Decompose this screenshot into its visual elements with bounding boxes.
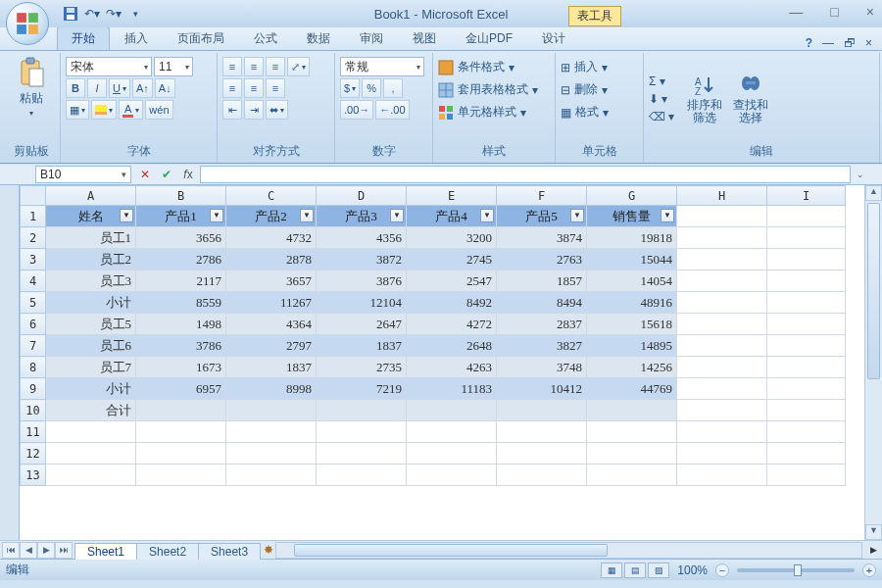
empty-cell[interactable]	[767, 227, 846, 249]
table-header-cell[interactable]: 产品4▼	[407, 206, 497, 227]
clear-button[interactable]: ⌫ ▾	[649, 110, 674, 123]
col-header-E[interactable]: E	[407, 186, 497, 206]
data-cell[interactable]: 员工3	[46, 270, 136, 292]
empty-cell[interactable]	[767, 292, 846, 314]
empty-cell[interactable]	[46, 465, 136, 486]
empty-cell[interactable]	[677, 400, 767, 421]
data-cell[interactable]: 2837	[497, 314, 587, 335]
empty-cell[interactable]	[677, 443, 767, 465]
tab-开始[interactable]: 开始	[57, 26, 110, 50]
data-cell[interactable]	[317, 400, 407, 421]
help-icon[interactable]: ?	[806, 36, 812, 50]
increase-decimal-button[interactable]: .00→	[340, 100, 373, 120]
empty-cell[interactable]	[587, 421, 677, 443]
empty-cell[interactable]	[497, 443, 587, 465]
align-bottom-button[interactable]: ≡	[266, 57, 285, 76]
fill-button[interactable]: ⬇ ▾	[649, 92, 674, 106]
data-cell[interactable]: 员工7	[46, 357, 136, 378]
page-layout-view-icon[interactable]: ▤	[624, 563, 646, 578]
empty-cell[interactable]	[407, 443, 497, 465]
row-header-6[interactable]: 6	[21, 314, 46, 335]
data-cell[interactable]: 1837	[226, 357, 317, 378]
empty-cell[interactable]	[226, 465, 317, 486]
empty-cell[interactable]	[46, 421, 136, 443]
data-cell[interactable]: 4356	[317, 227, 407, 249]
empty-cell[interactable]	[677, 378, 767, 400]
sheet-nav-prev-icon[interactable]: ◀	[20, 542, 37, 559]
row-header-13[interactable]: 13	[21, 465, 46, 486]
data-cell[interactable]: 3657	[226, 270, 317, 292]
data-cell[interactable]: 小计	[46, 292, 136, 314]
number-format-select[interactable]: 常规	[340, 57, 424, 76]
bold-button[interactable]: B	[66, 78, 85, 98]
sheet-nav-last-icon[interactable]: ⏭	[55, 542, 73, 559]
data-cell[interactable]: 8494	[497, 292, 587, 314]
empty-cell[interactable]	[767, 378, 846, 400]
data-cell[interactable]: 8492	[407, 292, 497, 314]
mdi-close-icon[interactable]: ×	[865, 36, 872, 50]
data-cell[interactable]: 员工2	[46, 249, 136, 270]
empty-cell[interactable]	[677, 249, 767, 270]
empty-cell[interactable]	[677, 292, 767, 314]
data-cell[interactable]: 2117	[136, 270, 226, 292]
empty-cell[interactable]	[677, 227, 767, 249]
sheet-nav-next-icon[interactable]: ▶	[37, 542, 55, 559]
empty-cell[interactable]	[226, 443, 317, 465]
expand-formula-bar-icon[interactable]: ⌄	[857, 170, 864, 179]
empty-cell[interactable]	[136, 443, 226, 465]
border-button[interactable]: ▦	[66, 100, 89, 120]
zoom-slider[interactable]	[737, 568, 855, 572]
row-header-10[interactable]: 10	[21, 400, 46, 421]
font-color-button[interactable]: A	[119, 100, 143, 120]
insert-cells-button[interactable]: ⊞ 插入 ▾	[561, 59, 608, 75]
row-header-7[interactable]: 7	[21, 335, 46, 357]
data-cell[interactable]: 3786	[136, 335, 226, 357]
row-header-9[interactable]: 9	[21, 378, 46, 400]
data-cell[interactable]: 员工1	[46, 227, 136, 249]
decrease-decimal-button[interactable]: ←.00	[375, 100, 409, 120]
table-header-cell[interactable]: 产品1▼	[136, 206, 226, 227]
empty-cell[interactable]	[677, 421, 767, 443]
sheet-tab-Sheet3[interactable]: Sheet3	[198, 543, 261, 560]
col-header-A[interactable]: A	[46, 186, 136, 206]
empty-cell[interactable]	[767, 400, 846, 421]
align-left-button[interactable]: ≡	[222, 78, 242, 98]
data-cell[interactable]: 8559	[136, 292, 226, 314]
data-cell[interactable]: 3656	[136, 227, 226, 249]
align-center-button[interactable]: ≡	[244, 78, 264, 98]
new-sheet-icon[interactable]: ✸	[264, 543, 273, 557]
align-top-button[interactable]: ≡	[222, 57, 242, 76]
data-cell[interactable]	[226, 400, 317, 421]
data-cell[interactable]: 19818	[587, 227, 677, 249]
empty-cell[interactable]	[767, 206, 846, 227]
save-icon[interactable]	[63, 6, 78, 22]
align-right-button[interactable]: ≡	[266, 78, 285, 98]
data-cell[interactable]: 1673	[136, 357, 226, 378]
empty-cell[interactable]	[587, 443, 677, 465]
row-header-12[interactable]: 12	[21, 443, 46, 465]
data-cell[interactable]: 2763	[497, 249, 587, 270]
filter-icon[interactable]: ▼	[390, 209, 404, 222]
tab-插入[interactable]: 插入	[110, 26, 163, 50]
col-header-H[interactable]: H	[677, 186, 767, 206]
data-cell[interactable]: 2547	[407, 270, 497, 292]
cell-styles-button[interactable]: 单元格样式 ▾	[438, 104, 526, 121]
row-header-5[interactable]: 5	[21, 292, 46, 314]
row-header-1[interactable]: 1	[21, 206, 46, 227]
select-all-corner[interactable]	[21, 186, 46, 206]
empty-cell[interactable]	[767, 465, 846, 486]
tab-页面布局[interactable]: 页面布局	[163, 26, 239, 50]
data-cell[interactable]: 2647	[317, 314, 407, 335]
tab-视图[interactable]: 视图	[398, 26, 451, 50]
filter-icon[interactable]: ▼	[570, 209, 584, 222]
sort-filter-button[interactable]: AZ 排序和 筛选	[683, 74, 726, 124]
phonetic-button[interactable]: wén	[145, 100, 172, 120]
undo-icon[interactable]: ↶▾	[84, 6, 100, 22]
data-cell[interactable]: 4272	[407, 314, 497, 335]
empty-cell[interactable]	[136, 465, 226, 486]
office-button[interactable]	[6, 2, 49, 45]
maximize-button[interactable]: □	[830, 4, 838, 20]
enter-formula-icon[interactable]: ✔	[159, 167, 174, 182]
delete-cells-button[interactable]: ⊟ 删除 ▾	[561, 81, 608, 98]
minimize-button[interactable]: —	[789, 4, 803, 20]
